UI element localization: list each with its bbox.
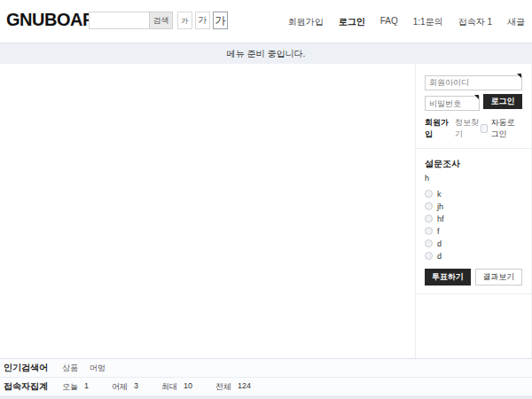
- poll-option[interactable]: k: [425, 188, 522, 200]
- nav-faq[interactable]: FAQ: [380, 16, 398, 28]
- font-large-button[interactable]: 가: [213, 12, 228, 29]
- stat-value: 10: [184, 381, 192, 393]
- main-empty-area: [0, 64, 415, 358]
- poll-option-label: k: [437, 190, 442, 199]
- password-input[interactable]: [425, 96, 480, 111]
- font-size-buttons: 가 가 가: [177, 12, 228, 29]
- stat-name: 최대: [161, 381, 177, 393]
- radio-icon[interactable]: [425, 239, 433, 247]
- stat-name: 전체: [215, 381, 231, 393]
- font-medium-button[interactable]: 가: [195, 12, 210, 29]
- search-button[interactable]: 검색: [149, 12, 173, 29]
- poll-option-label: d: [437, 239, 442, 248]
- radio-icon[interactable]: [425, 252, 433, 260]
- member-id-wrap: [425, 73, 522, 90]
- sidebar: 로그인 회원가입 정보찾기 자동로그인 설문조사 h k: [415, 64, 532, 358]
- vote-button[interactable]: 투표하기: [425, 269, 471, 286]
- auto-login: 자동로그인: [481, 117, 522, 140]
- poll-option[interactable]: f: [425, 225, 522, 237]
- stat-name: 어제: [112, 381, 128, 393]
- nav-register[interactable]: 회원가입: [288, 16, 324, 28]
- poll-option[interactable]: d: [425, 250, 522, 262]
- nav-new-posts[interactable]: 새글: [507, 16, 525, 28]
- font-small-button[interactable]: 가: [177, 12, 192, 29]
- poll-options: k jh hf f d: [425, 188, 522, 262]
- auto-login-checkbox[interactable]: [481, 124, 488, 133]
- keyword-link[interactable]: 상품: [62, 363, 78, 374]
- password-wrap: [425, 94, 480, 112]
- nav-login[interactable]: 로그인: [339, 16, 365, 28]
- poll-buttons: 투표하기 결과보기: [425, 269, 522, 286]
- radio-icon[interactable]: [425, 227, 433, 235]
- stat-total: 전체 124: [215, 381, 251, 393]
- popular-keywords-label: 인기검색어: [4, 362, 62, 374]
- content-area: 로그인 회원가입 정보찾기 자동로그인 설문조사 h k: [0, 64, 532, 358]
- poll-question: h: [425, 174, 522, 183]
- poll-option-label: d: [437, 252, 442, 261]
- search-box: 검색: [89, 12, 173, 29]
- header: GNUBOARD5 검색 가 가 가 회원가입 로그인 FAQ 1:1문의 접속…: [0, 0, 532, 43]
- nav-inquiry[interactable]: 1:1문의: [413, 16, 443, 28]
- stat-value: 1: [84, 381, 89, 393]
- stat-max: 최대 10: [161, 381, 192, 393]
- poll-box: 설문조사 h k jh hf f: [416, 149, 531, 294]
- bottom-strip: [0, 395, 532, 399]
- stat-value: 124: [238, 381, 251, 393]
- stat-yesterday: 어제 3: [112, 381, 138, 393]
- radio-icon[interactable]: [425, 190, 433, 198]
- find-info-link[interactable]: 정보찾기: [455, 117, 481, 140]
- radio-icon[interactable]: [425, 202, 433, 210]
- keyword-link[interactable]: 머멍: [90, 363, 106, 374]
- visitor-stats: 오늘 1 어제 3 최대 10 전체 124: [62, 381, 274, 393]
- popular-keywords-row: 인기검색어 상품 머멍: [0, 358, 532, 377]
- visitor-stats-row: 접속자집계 오늘 1 어제 3 최대 10 전체 124: [0, 377, 532, 395]
- poll-title: 설문조사: [425, 158, 522, 170]
- search-input[interactable]: [89, 12, 149, 29]
- poll-option[interactable]: d: [425, 238, 522, 249]
- member-id-input[interactable]: [425, 75, 522, 90]
- password-row: 로그인: [425, 94, 522, 112]
- nav-visitors[interactable]: 접속자 1: [458, 16, 492, 28]
- auto-login-label: 자동로그인: [490, 117, 522, 140]
- keyword-list: 상품 머멍: [62, 363, 106, 374]
- menu-placeholder-bar: 메뉴 준비 중입니다.: [0, 43, 532, 64]
- stat-name: 오늘: [62, 381, 78, 393]
- signup-link[interactable]: 회원가입: [425, 117, 450, 140]
- stat-today: 오늘 1: [62, 381, 89, 393]
- poll-option[interactable]: jh: [425, 200, 522, 212]
- poll-option-label: hf: [437, 215, 444, 223]
- top-nav: 회원가입 로그인 FAQ 1:1문의 접속자 1 새글: [288, 16, 525, 28]
- poll-option-label: f: [437, 227, 440, 236]
- radio-icon[interactable]: [425, 215, 433, 223]
- login-box: 로그인 회원가입 정보찾기 자동로그인: [416, 64, 531, 149]
- visitor-stats-label: 접속자집계: [4, 380, 62, 393]
- login-links: 회원가입 정보찾기 자동로그인: [425, 117, 522, 140]
- poll-option-label: jh: [437, 202, 443, 211]
- poll-option[interactable]: hf: [425, 213, 522, 224]
- stat-value: 3: [134, 381, 138, 393]
- poll-result-button[interactable]: 결과보기: [475, 269, 523, 286]
- login-button[interactable]: 로그인: [483, 94, 522, 109]
